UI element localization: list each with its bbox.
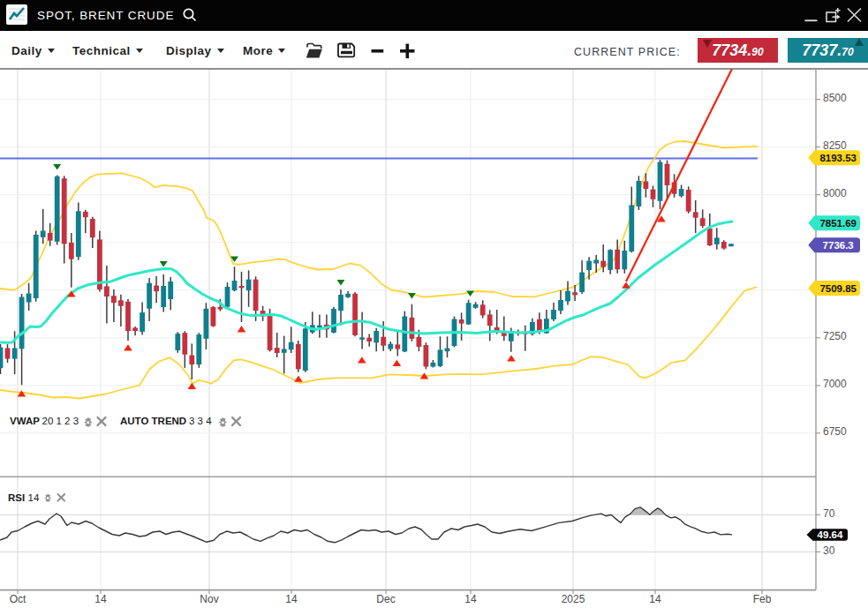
svg-text:8193.53: 8193.53 bbox=[819, 153, 857, 163]
svg-text:RSI: RSI bbox=[8, 492, 25, 503]
svg-text:7509.85: 7509.85 bbox=[819, 283, 857, 294]
svg-text:14: 14 bbox=[464, 593, 477, 605]
svg-text:8500: 8500 bbox=[823, 92, 847, 104]
svg-text:7000: 7000 bbox=[823, 378, 847, 390]
svg-text:70: 70 bbox=[823, 507, 835, 520]
svg-text:7250: 7250 bbox=[823, 330, 847, 342]
svg-text:49.64: 49.64 bbox=[818, 529, 843, 540]
svg-text:Dec: Dec bbox=[376, 593, 395, 605]
svg-text:20 1 2 3: 20 1 2 3 bbox=[42, 416, 79, 426]
svg-text:Oct: Oct bbox=[10, 593, 26, 605]
svg-text:14: 14 bbox=[285, 593, 298, 605]
svg-text:14: 14 bbox=[649, 593, 661, 605]
svg-text:VWAP: VWAP bbox=[10, 416, 40, 426]
svg-text:7851.69: 7851.69 bbox=[819, 218, 857, 229]
svg-text:Nov: Nov bbox=[200, 593, 218, 605]
svg-text:3 3 4: 3 3 4 bbox=[189, 416, 212, 426]
svg-text:8250: 8250 bbox=[823, 139, 847, 152]
svg-text:Feb: Feb bbox=[753, 593, 772, 605]
svg-text:6750: 6750 bbox=[823, 425, 847, 438]
svg-text:AUTO TREND: AUTO TREND bbox=[120, 416, 186, 426]
svg-text:30: 30 bbox=[823, 544, 835, 557]
svg-text:8000: 8000 bbox=[823, 187, 847, 199]
svg-text:2025: 2025 bbox=[562, 593, 585, 605]
svg-text:14: 14 bbox=[94, 593, 107, 605]
svg-text:14: 14 bbox=[28, 492, 40, 503]
svg-text:7736.3: 7736.3 bbox=[823, 240, 854, 251]
